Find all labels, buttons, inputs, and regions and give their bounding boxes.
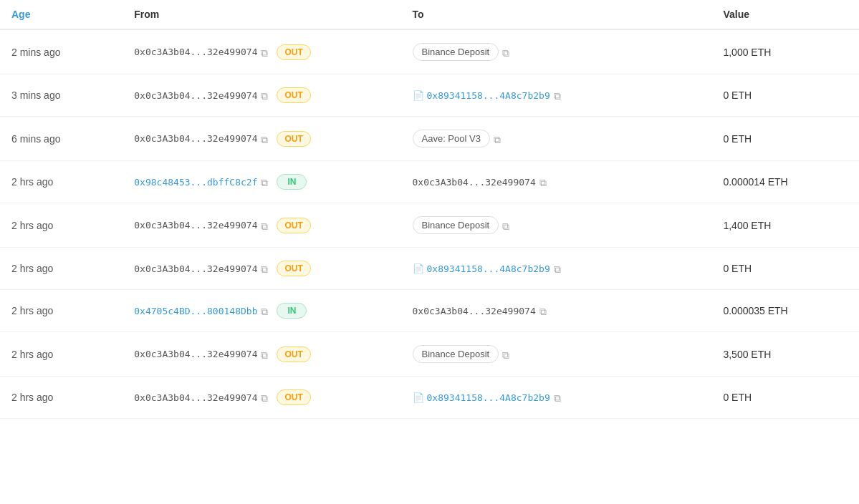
copy-from-icon[interactable]: ⧉: [261, 263, 271, 273]
to-cell: 0x0c3A3b04...32e499074⧉: [401, 290, 712, 332]
col-header-age: Age: [0, 0, 123, 29]
age-value: 6 mins ago: [11, 133, 60, 145]
age-cell: 2 hrs ago: [0, 161, 123, 203]
age-value: 2 hrs ago: [11, 176, 53, 188]
copy-from-icon[interactable]: ⧉: [261, 90, 271, 100]
to-address-link[interactable]: 0x89341158...4A8c7b2b9: [427, 90, 550, 101]
from-cell: 0x0c3A3b04...32e499074⧉OUT: [123, 332, 400, 377]
copy-to-icon[interactable]: ⧉: [539, 306, 550, 316]
col-header-from: From: [123, 0, 400, 29]
age-cell: 2 mins ago: [0, 29, 123, 74]
value-cell: 0.000014 ETH: [711, 161, 859, 203]
age-value: 2 hrs ago: [11, 220, 53, 231]
age-cell: 2 hrs ago: [0, 290, 123, 332]
to-cell: 📄0x89341158...4A8c7b2b9⧉: [401, 248, 712, 290]
age-value: 2 hrs ago: [11, 263, 53, 274]
copy-to-icon[interactable]: ⧉: [554, 90, 564, 100]
value-text: 1,400 ETH: [723, 220, 771, 231]
from-address: 0x0c3A3b04...32e499074: [134, 220, 257, 231]
value-cell: 0 ETH: [711, 74, 859, 117]
direction-badge: OUT: [277, 389, 310, 405]
to-cell: 📄0x89341158...4A8c7b2b9⧉: [401, 377, 712, 419]
from-cell: 0x98c48453...dbffC8c2f⧉IN: [123, 161, 400, 203]
copy-to-icon[interactable]: ⧉: [502, 220, 512, 231]
from-cell: 0x0c3A3b04...32e499074⧉OUT: [123, 74, 400, 117]
to-address-link[interactable]: 0x89341158...4A8c7b2b9: [427, 392, 550, 403]
table-row: 2 mins ago0x0c3A3b04...32e499074⧉OUTBina…: [0, 29, 859, 74]
table-row: 2 hrs ago0x0c3A3b04...32e499074⧉OUTBinan…: [0, 332, 859, 377]
direction-badge: OUT: [277, 44, 310, 60]
from-cell: 0x4705c4BD...800148Dbb⧉IN: [123, 290, 400, 332]
value-cell: 0 ETH: [711, 117, 859, 161]
to-named-address[interactable]: Binance Deposit: [413, 43, 499, 61]
direction-badge: OUT: [277, 346, 310, 362]
table-row: 2 hrs ago0x0c3A3b04...32e499074⧉OUT📄0x89…: [0, 377, 859, 419]
to-named-address[interactable]: Aave: Pool V3: [413, 130, 490, 147]
age-value: 2 mins ago: [11, 47, 60, 58]
copy-from-icon[interactable]: ⧉: [261, 306, 271, 316]
table-row: 2 hrs ago0x4705c4BD...800148Dbb⧉IN0x0c3A…: [0, 290, 859, 332]
copy-to-icon[interactable]: ⧉: [494, 134, 504, 144]
col-header-to: To: [401, 0, 712, 29]
to-address-link[interactable]: 0x89341158...4A8c7b2b9: [427, 263, 550, 274]
value-text: 0 ETH: [723, 392, 752, 403]
value-cell: 0.000035 ETH: [711, 290, 859, 332]
value-text: 3,500 ETH: [723, 349, 771, 360]
value-cell: 0 ETH: [711, 377, 859, 419]
to-address: 0x0c3A3b04...32e499074: [413, 306, 536, 316]
from-address-link[interactable]: 0x98c48453...dbffC8c2f: [134, 177, 257, 188]
from-address: 0x0c3A3b04...32e499074: [134, 133, 257, 144]
from-address-link[interactable]: 0x4705c4BD...800148Dbb: [134, 306, 257, 316]
copy-from-icon[interactable]: ⧉: [261, 134, 271, 144]
to-cell: Binance Deposit⧉: [401, 203, 712, 248]
age-cell: 2 hrs ago: [0, 377, 123, 419]
contract-doc-icon: 📄: [413, 263, 424, 274]
table-row: 3 mins ago0x0c3A3b04...32e499074⧉OUT📄0x8…: [0, 74, 859, 117]
copy-from-icon[interactable]: ⧉: [261, 47, 271, 57]
value-cell: 1,400 ETH: [711, 203, 859, 248]
copy-from-icon[interactable]: ⧉: [261, 349, 271, 359]
to-named-address[interactable]: Binance Deposit: [413, 216, 499, 234]
value-text: 0 ETH: [723, 133, 752, 145]
to-named-address[interactable]: Binance Deposit: [413, 345, 499, 363]
transactions-table: Age From To Value 2 mins ago0x0c3A3b04..…: [0, 0, 859, 419]
copy-to-icon[interactable]: ⧉: [502, 47, 512, 57]
from-address: 0x0c3A3b04...32e499074: [134, 349, 257, 359]
copy-to-icon[interactable]: ⧉: [554, 392, 564, 402]
copy-from-icon[interactable]: ⧉: [261, 220, 271, 231]
copy-from-icon[interactable]: ⧉: [261, 392, 271, 402]
age-cell: 2 hrs ago: [0, 203, 123, 248]
col-header-value: Value: [711, 0, 859, 29]
value-text: 0.000014 ETH: [723, 176, 787, 188]
direction-badge: OUT: [277, 261, 310, 276]
table-row: 2 hrs ago0x98c48453...dbffC8c2f⧉IN0x0c3A…: [0, 161, 859, 203]
from-address: 0x0c3A3b04...32e499074: [134, 263, 257, 274]
value-cell: 1,000 ETH: [711, 29, 859, 74]
direction-badge: IN: [277, 303, 307, 319]
to-cell: 📄0x89341158...4A8c7b2b9⧉: [401, 74, 712, 117]
copy-to-icon[interactable]: ⧉: [554, 263, 564, 273]
direction-badge: OUT: [277, 87, 310, 103]
age-cell: 6 mins ago: [0, 117, 123, 161]
copy-to-icon[interactable]: ⧉: [502, 349, 512, 359]
to-cell: Binance Deposit⧉: [401, 29, 712, 74]
from-cell: 0x0c3A3b04...32e499074⧉OUT: [123, 117, 400, 161]
contract-doc-icon: 📄: [413, 90, 424, 101]
copy-from-icon[interactable]: ⧉: [261, 177, 271, 187]
age-cell: 2 hrs ago: [0, 248, 123, 290]
age-value: 3 mins ago: [11, 89, 60, 101]
age-value: 2 hrs ago: [11, 305, 53, 316]
value-cell: 0 ETH: [711, 248, 859, 290]
to-cell: Aave: Pool V3⧉: [401, 117, 712, 161]
to-address: 0x0c3A3b04...32e499074: [413, 177, 536, 188]
from-address: 0x0c3A3b04...32e499074: [134, 392, 257, 403]
from-cell: 0x0c3A3b04...32e499074⧉OUT: [123, 203, 400, 248]
contract-doc-icon: 📄: [413, 392, 424, 403]
copy-to-icon[interactable]: ⧉: [539, 177, 550, 187]
value-text: 1,000 ETH: [723, 47, 771, 58]
from-cell: 0x0c3A3b04...32e499074⧉OUT: [123, 377, 400, 419]
table-header-row: Age From To Value: [0, 0, 859, 29]
to-cell: Binance Deposit⧉: [401, 332, 712, 377]
table-row: 2 hrs ago0x0c3A3b04...32e499074⧉OUT📄0x89…: [0, 248, 859, 290]
from-address: 0x0c3A3b04...32e499074: [134, 47, 257, 57]
